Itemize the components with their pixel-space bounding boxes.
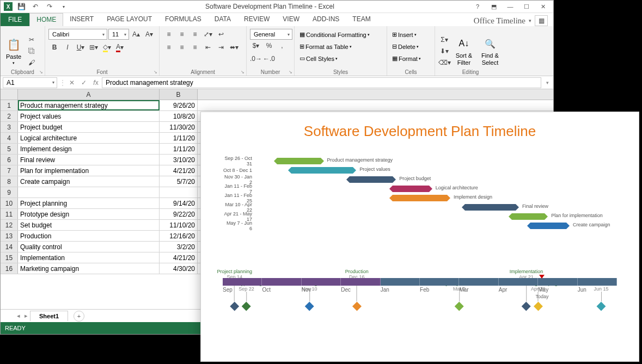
row-header[interactable]: 4	[1, 133, 18, 143]
row-header[interactable]: 16	[1, 263, 18, 274]
cell[interactable]: Implement design	[18, 144, 160, 154]
row-header[interactable]: 12	[1, 220, 18, 230]
align-left-icon[interactable]: ≡	[163, 42, 175, 53]
cell[interactable]: 12/16/20	[160, 231, 198, 241]
cell[interactable]: Production	[18, 231, 160, 241]
comma-icon[interactable]: ,	[276, 40, 288, 51]
align-right-icon[interactable]: ≡	[189, 42, 201, 53]
chevron-down-icon[interactable]: ▾	[529, 18, 531, 23]
save-icon[interactable]: 💾	[16, 1, 27, 12]
formula-input[interactable]: Product management strategy	[102, 77, 541, 88]
row-header[interactable]: 1	[1, 100, 18, 110]
font-name-combo[interactable]: Calibri▾	[48, 29, 107, 40]
paste-button[interactable]: 📋 Paste ▾	[4, 36, 23, 66]
align-middle-icon[interactable]: ≡	[176, 29, 188, 40]
font-size-combo[interactable]: 11▾	[108, 29, 129, 40]
cell[interactable]: 3/10/20	[160, 155, 198, 165]
increase-indent-icon[interactable]: ⇥	[215, 42, 227, 53]
ribbon-tab-team[interactable]: TEAM	[346, 13, 377, 26]
ribbon-tab-formulas[interactable]: FORMULAS	[158, 13, 208, 26]
row-header[interactable]: 6	[1, 155, 18, 165]
cell[interactable]: Project values	[18, 111, 160, 121]
enter-formula-icon[interactable]: ✓	[78, 77, 90, 88]
dialog-launcher-icon[interactable]: ↘	[289, 70, 292, 75]
sort-filter-button[interactable]: A↓ Sort & Filter	[453, 35, 475, 66]
row-header[interactable]: 11	[1, 209, 18, 219]
copy-icon[interactable]: ⿻	[26, 46, 38, 57]
format-as-table-button[interactable]: ⊞ Format as Table ▾	[298, 41, 383, 52]
cell[interactable]: 3/2/20	[160, 242, 198, 252]
cell[interactable]: 11/30/20	[160, 122, 198, 132]
autosum-icon[interactable]: Σ▾	[438, 34, 450, 45]
delete-cells-button[interactable]: ⊟ Delete ▾	[390, 41, 431, 52]
number-format-combo[interactable]: General▾	[250, 29, 292, 40]
dialog-launcher-icon[interactable]: ↘	[154, 70, 157, 75]
align-top-icon[interactable]: ≡	[163, 29, 175, 40]
cell[interactable]: Create campaign	[18, 176, 160, 187]
border-button[interactable]: ⊞▾	[88, 42, 100, 53]
office-timeline-tab[interactable]: Office Timeline	[474, 16, 525, 26]
cut-icon[interactable]: ✂	[26, 34, 38, 45]
align-center-icon[interactable]: ≡	[176, 42, 188, 53]
clear-icon[interactable]: ⌫▾	[438, 57, 450, 68]
wrap-text-icon[interactable]: ↩	[215, 29, 227, 40]
redo-icon[interactable]: ↷	[44, 1, 55, 12]
orientation-icon[interactable]: ⤢▾	[202, 29, 214, 40]
cell[interactable]: Logical architecture	[18, 133, 160, 143]
sheet-tab-sheet1[interactable]: Sheet1	[30, 311, 68, 321]
currency-icon[interactable]: $▾	[250, 40, 262, 51]
merge-center-icon[interactable]: ⬌▾	[228, 42, 240, 53]
increase-decimal-icon[interactable]: .0→	[250, 53, 262, 64]
minimize-icon[interactable]: —	[503, 2, 517, 11]
cell[interactable]: 4/21/20	[160, 252, 198, 263]
cell[interactable]: Prototype design	[18, 209, 160, 219]
ribbon-tab-data[interactable]: DATA	[208, 13, 237, 26]
cancel-formula-icon[interactable]: ✕	[66, 77, 78, 88]
decrease-decimal-icon[interactable]: ←.0	[263, 53, 275, 64]
cell[interactable]	[160, 187, 198, 198]
ribbon-tab-review[interactable]: REVIEW	[237, 13, 276, 26]
fx-icon[interactable]: fx	[90, 77, 102, 88]
bold-button[interactable]: B	[48, 42, 60, 53]
timeline-plus-icon[interactable]: ▦	[535, 15, 548, 26]
ribbon-tab-file[interactable]: FILE	[1, 13, 29, 26]
format-cells-button[interactable]: ▦ Format ▾	[390, 53, 431, 64]
cell[interactable]: 1/11/20	[160, 144, 198, 154]
cell[interactable]: 9/26/20	[160, 100, 198, 110]
row-header[interactable]: 15	[1, 252, 18, 263]
cell[interactable]: 4/21/20	[160, 165, 198, 176]
cell[interactable]: 10/8/20	[160, 111, 198, 121]
ribbon-tab-page-layout[interactable]: PAGE LAYOUT	[100, 13, 158, 26]
format-painter-icon[interactable]: 🖌	[26, 57, 38, 68]
fill-color-button[interactable]: ◇▾	[101, 42, 113, 53]
increase-font-icon[interactable]: A▴	[130, 29, 142, 40]
cell[interactable]	[18, 187, 160, 198]
ribbon-tab-insert[interactable]: INSERT	[63, 13, 100, 26]
cell[interactable]: Project planning	[18, 198, 160, 208]
fill-icon[interactable]: ⬇▾	[438, 46, 450, 57]
percent-icon[interactable]: %	[263, 40, 275, 51]
row-header[interactable]: 10	[1, 198, 18, 208]
cell[interactable]: Implementation	[18, 252, 160, 263]
dialog-launcher-icon[interactable]: ↘	[39, 70, 43, 75]
font-color-button[interactable]: A▾	[114, 42, 126, 53]
cell[interactable]: Set budget	[18, 220, 160, 230]
row-header[interactable]: 3	[1, 122, 18, 132]
row-header[interactable]: 8	[1, 176, 18, 187]
row-header[interactable]: 9	[1, 187, 18, 198]
cell-styles-button[interactable]: ▭ Cell Styles ▾	[298, 53, 383, 64]
expand-formula-icon[interactable]: ▾	[541, 77, 553, 88]
row-header[interactable]: 14	[1, 242, 18, 252]
cell[interactable]: Marketing campaign	[18, 263, 160, 274]
cell[interactable]: 1/11/20	[160, 133, 198, 143]
row-header[interactable]: 2	[1, 111, 18, 121]
close-icon[interactable]: ✕	[536, 2, 550, 11]
cell[interactable]: Product management strategy	[18, 100, 160, 110]
align-bottom-icon[interactable]: ≡	[189, 29, 201, 40]
underline-button[interactable]: U▾	[75, 42, 87, 53]
insert-cells-button[interactable]: ⊞ Insert ▾	[390, 29, 431, 40]
qat-customize-icon[interactable]: ▾	[58, 1, 69, 12]
find-select-button[interactable]: 🔍 Find & Select	[478, 35, 503, 66]
ribbon-tab-home[interactable]: HOME	[29, 13, 63, 26]
row-header[interactable]: 13	[1, 231, 18, 241]
